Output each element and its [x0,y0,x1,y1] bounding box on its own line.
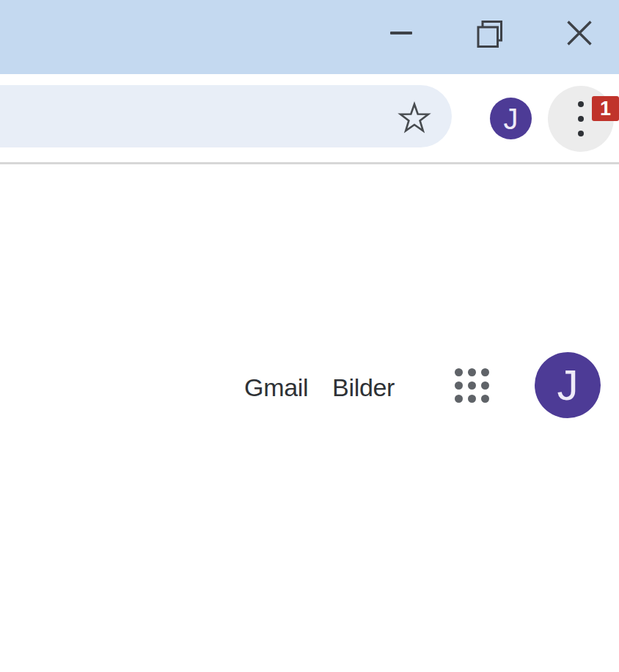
minimize-button[interactable] [384,24,418,42]
titlebar [0,0,619,74]
profile-initial: J [504,104,519,134]
images-link[interactable]: Bilder [332,375,395,400]
address-bar[interactable] [0,85,452,147]
browser-profile-avatar[interactable]: J [490,98,532,139]
apps-grid-icon [454,368,490,403]
minimize-icon [390,32,412,34]
account-avatar[interactable]: J [535,352,601,418]
google-start-page: Gmail Bilder J [0,164,619,672]
bookmark-star-icon [398,101,431,135]
bookmark-button[interactable] [398,101,431,135]
restore-icon [475,18,504,48]
browser-window: J 1 Gmail Bilder J [0,0,619,672]
close-icon [566,20,593,46]
gmail-link[interactable]: Gmail [244,375,308,400]
three-dot-menu-icon [578,101,584,136]
restore-button[interactable] [474,18,505,48]
close-button[interactable] [565,19,593,47]
annotation-badge-1: 1 [592,96,619,121]
account-initial: J [557,364,579,406]
browser-toolbar: J 1 [0,74,619,162]
google-apps-button[interactable] [454,368,490,403]
